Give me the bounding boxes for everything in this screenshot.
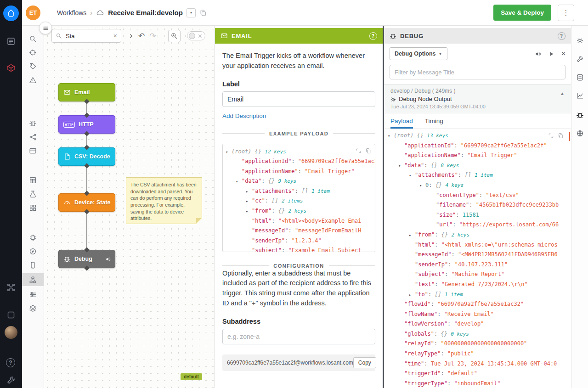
more-options-button[interactable]: ⋮	[558, 5, 574, 21]
debug-message-header[interactable]: develop / Debug ( 249ms ) Debug Node Out…	[384, 84, 571, 113]
help-icon[interactable]: ?	[6, 358, 15, 367]
output-port[interactable]	[84, 99, 89, 104]
chart-icon[interactable]	[571, 89, 588, 102]
input-port[interactable]	[84, 191, 89, 196]
output-port[interactable]	[84, 163, 89, 168]
debug-options-button[interactable]: Debug Options ▼	[390, 47, 447, 60]
caret-down-icon[interactable]: ▾	[419, 181, 425, 191]
add-description-link[interactable]: Add Description	[222, 112, 266, 119]
breadcrumb-workflows-link[interactable]: Workflows	[57, 9, 86, 17]
output-port[interactable]	[84, 131, 89, 136]
tab-timing[interactable]: Timing	[425, 113, 443, 129]
node-label: CSV: Decode	[74, 153, 110, 160]
tab-payload[interactable]: Payload	[390, 113, 413, 129]
feed-icon[interactable]	[6, 37, 16, 46]
output-port[interactable]	[84, 209, 89, 214]
collapse-all-icon[interactable]	[356, 148, 362, 154]
function-icon[interactable]	[22, 245, 44, 258]
gear-icon[interactable]	[571, 34, 588, 47]
workflow-icon[interactable]	[22, 273, 44, 286]
alert-triangle-icon[interactable]	[22, 73, 44, 86]
version-tag[interactable]: default	[181, 373, 202, 380]
caret-down-icon[interactable]: ▾	[398, 161, 404, 171]
node-debug[interactable]: Debug	[58, 250, 115, 268]
node-search-input[interactable]	[65, 32, 111, 40]
file-icon	[63, 153, 71, 160]
subaddress-help: Optionally, enter a subaddress that must…	[222, 269, 375, 309]
copy-email-button[interactable]: Copy	[353, 357, 376, 368]
search-next-button[interactable]	[126, 32, 134, 40]
caret-right-icon[interactable]: ▸	[246, 207, 252, 216]
output-port[interactable]	[84, 265, 89, 270]
sound-toggle-icon[interactable]	[535, 51, 542, 57]
node-http[interactable]: HTTPHTTP	[58, 115, 115, 134]
caret-right-icon[interactable]: ▸	[409, 290, 415, 300]
label-input[interactable]	[222, 91, 375, 107]
branch-icon[interactable]	[22, 130, 44, 143]
clear-debug-icon[interactable]: ×	[561, 50, 565, 57]
copy-workflow-icon[interactable]	[199, 9, 207, 17]
account-avatar[interactable]: ET	[26, 6, 40, 20]
workflow-version-dropdown[interactable]: ▾	[187, 8, 196, 17]
nodes-icon[interactable]	[6, 283, 16, 292]
flask-icon[interactable]	[22, 187, 44, 200]
save-deploy-button[interactable]: Save & Deploy	[493, 5, 551, 21]
card-icon[interactable]	[22, 144, 44, 157]
layers-icon[interactable]	[22, 302, 44, 315]
filter-messages-input[interactable]	[390, 65, 565, 79]
collapse-message-icon[interactable]: ▲	[560, 91, 565, 96]
preview-toggle[interactable]	[187, 31, 205, 40]
workflow-canvas[interactable]: × ↶ ↷ EmailHTTPHTTPCSV: DecodeDevice: St…	[44, 26, 215, 388]
help-icon[interactable]: ?	[558, 32, 565, 40]
node-email[interactable]: Email	[58, 83, 115, 101]
input-port[interactable]	[84, 145, 89, 150]
redo-button[interactable]: ↷	[149, 31, 156, 41]
node-device-state[interactable]: Device: State	[58, 193, 115, 212]
caret-down-icon[interactable]: ▾	[409, 171, 415, 180]
help-icon[interactable]: ?	[369, 32, 377, 40]
caret-right-icon[interactable]: ▸	[246, 197, 252, 206]
debug-message-title-row: Debug Node Output	[390, 96, 565, 102]
caret-down-icon[interactable]: ▾	[236, 177, 242, 186]
undo-button[interactable]: ↶	[138, 31, 145, 41]
box-icon[interactable]	[6, 310, 16, 320]
caret-right-icon[interactable]: ▸	[409, 231, 415, 240]
json-tree-tools	[356, 148, 371, 154]
grid-icon[interactable]	[22, 201, 44, 214]
copy-json-icon[interactable]	[365, 148, 371, 154]
caret-down-icon[interactable]: ▾	[226, 147, 232, 157]
resume-debug-icon[interactable]	[548, 51, 555, 57]
caret-down-icon[interactable]: ▾	[388, 131, 394, 141]
caret-spacer	[430, 220, 436, 230]
clear-search-icon[interactable]: ×	[113, 32, 117, 39]
wrench-icon[interactable]	[6, 376, 16, 385]
table-icon[interactable]	[22, 174, 44, 186]
bug-icon[interactable]	[22, 117, 44, 129]
zoom-fit-button[interactable]	[168, 30, 181, 42]
wrench-icon[interactable]	[571, 52, 588, 65]
scrollbar-thumb[interactable]	[569, 132, 570, 141]
bug-icon[interactable]	[571, 108, 588, 121]
input-port[interactable]	[84, 112, 89, 118]
losant-logo[interactable]	[3, 6, 19, 21]
json-line: ▾(root) {} 12 keys	[224, 147, 375, 157]
input-port[interactable]	[84, 247, 89, 252]
search-icon[interactable]	[22, 32, 44, 45]
palette-toggle-button[interactable]	[39, 22, 52, 34]
package-icon[interactable]	[6, 63, 16, 73]
caret-right-icon[interactable]: ▸	[246, 187, 252, 197]
crosshair-icon[interactable]	[22, 46, 44, 59]
database-icon[interactable]	[571, 71, 588, 84]
user-avatar[interactable]	[5, 326, 17, 339]
sliders-icon[interactable]	[22, 288, 44, 301]
collapse-all-icon[interactable]	[548, 133, 554, 139]
sticky-note[interactable]: The CSV attachment has been downloaded a…	[126, 177, 202, 224]
mobile-icon[interactable]	[22, 259, 44, 271]
tag-icon[interactable]	[22, 60, 44, 73]
chip-icon[interactable]	[22, 231, 44, 244]
node-csv-decode[interactable]: CSV: Decode	[58, 147, 115, 166]
subaddress-input[interactable]	[222, 329, 375, 344]
copy-json-icon[interactable]	[558, 133, 564, 139]
globe-icon[interactable]	[571, 127, 588, 140]
json-line: "flowName": "Receive Email"	[384, 309, 571, 320]
